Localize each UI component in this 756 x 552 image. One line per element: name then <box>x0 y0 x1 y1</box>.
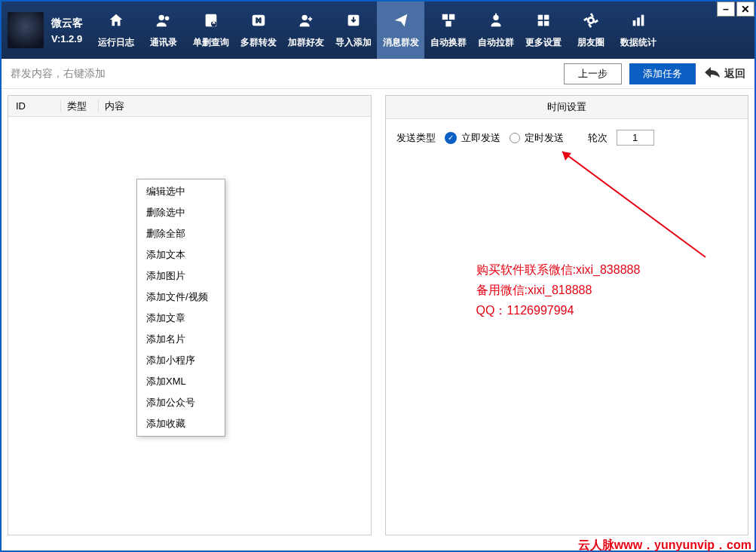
action-bar: 群发内容，右键添加 上一步 添加任务 返回 <box>2 59 754 89</box>
annotation-line1: 购买软件联系微信:xixi_838888 <box>476 259 641 280</box>
main-toolbar: 运行日志 通讯录 单删查询 多群转发 <box>92 2 662 59</box>
toolbar-autoswap[interactable]: 自动换群 <box>424 2 472 59</box>
close-button[interactable]: ✕ <box>736 2 754 17</box>
svg-rect-9 <box>445 20 451 26</box>
send-type-label: 发送类型 <box>396 131 436 145</box>
app-info: 微云客 V:1.2.9 <box>51 17 83 44</box>
back-arrow-icon <box>703 66 721 81</box>
svg-rect-12 <box>543 14 548 19</box>
menu-add-xml[interactable]: 添加XML <box>137 371 225 392</box>
settings-icon <box>535 12 552 33</box>
menu-delete-selected[interactable]: 删除选中 <box>137 202 225 223</box>
radio-immediate[interactable]: ✓ 立即发送 <box>445 131 500 145</box>
svg-point-0 <box>158 14 164 20</box>
send-icon <box>393 12 409 33</box>
toolbar-autopull[interactable]: 自动拉群 <box>472 2 519 59</box>
toolbar-query[interactable]: 单删查询 <box>187 2 234 59</box>
col-content: 内容 <box>99 100 371 113</box>
time-settings-header: 时间设置 <box>386 96 748 119</box>
add-task-button[interactable]: 添加任务 <box>629 63 696 84</box>
svg-rect-11 <box>537 14 542 19</box>
svg-rect-16 <box>632 20 635 26</box>
svg-point-5 <box>301 14 307 20</box>
toolbar-stats[interactable]: 数据统计 <box>614 2 662 59</box>
annotation-text: 购买软件联系微信:xixi_838888 备用微信:xixi_818888 QQ… <box>476 259 641 321</box>
toolbar-import[interactable]: 导入添加 <box>329 2 377 59</box>
app-logo <box>8 12 44 48</box>
svg-rect-8 <box>448 14 454 19</box>
svg-point-1 <box>164 16 169 20</box>
swap-icon <box>440 12 457 33</box>
scheduled-label: 定时发送 <box>525 131 564 145</box>
context-menu: 编辑选中 删除选中 删除全部 添加文本 添加图片 添加文件/视频 添加文章 添加… <box>136 179 225 437</box>
menu-add-favorite[interactable]: 添加收藏 <box>137 413 225 434</box>
col-id: ID <box>8 100 61 112</box>
toolbar-multiforward[interactable]: 多群转发 <box>234 2 282 59</box>
minimize-button[interactable]: – <box>717 2 735 17</box>
menu-add-text[interactable]: 添加文本 <box>137 244 225 265</box>
back-label: 返回 <box>724 67 745 81</box>
menu-add-official[interactable]: 添加公众号 <box>137 392 225 413</box>
menu-add-miniprogram[interactable]: 添加小程序 <box>137 350 225 371</box>
toolbar-contacts[interactable]: 通讯录 <box>139 2 187 59</box>
addfriend-icon <box>298 12 314 33</box>
moments-icon <box>583 12 599 33</box>
app-version: V:1.2.9 <box>51 33 83 44</box>
toolbar-runlog[interactable]: 运行日志 <box>92 2 139 59</box>
toolbar-masssend[interactable]: 消息群发 <box>377 2 424 59</box>
radio-checked-icon: ✓ <box>445 132 457 144</box>
rounds-label: 轮次 <box>588 131 608 145</box>
app-header: 微云客 V:1.2.9 运行日志 通讯录 单删查询 <box>2 2 754 59</box>
toolbar-moments[interactable]: 朋友圈 <box>567 2 614 59</box>
annotation-arrow <box>555 144 721 268</box>
watermark: 云人脉www．yunyunvip．com <box>578 538 751 552</box>
window-controls: – ✕ <box>715 2 754 17</box>
left-panel: ID 类型 内容 编辑选中 删除选中 删除全部 添加文本 添加图片 添加文件/视… <box>8 95 372 535</box>
menu-delete-all[interactable]: 删除全部 <box>137 223 225 244</box>
radio-empty-icon <box>510 133 520 143</box>
pull-icon <box>488 12 504 33</box>
table-header: ID 类型 内容 <box>8 96 371 117</box>
svg-rect-18 <box>641 14 644 26</box>
back-link[interactable]: 返回 <box>703 66 745 81</box>
annotation-line2: 备用微信:xixi_818888 <box>476 280 641 300</box>
menu-add-image[interactable]: 添加图片 <box>137 265 225 287</box>
toolbar-addfriend[interactable]: 加群好友 <box>282 2 329 59</box>
watermark-brand: 云人脉 <box>578 538 614 551</box>
hint-text: 群发内容，右键添加 <box>11 67 106 81</box>
radio-scheduled[interactable]: 定时发送 <box>510 131 564 145</box>
svg-point-15 <box>588 17 593 23</box>
contacts-icon <box>155 12 172 33</box>
app-name: 微云客 <box>51 17 83 30</box>
watermark-domain: www．yunyunvip．com <box>614 538 751 551</box>
svg-marker-20 <box>562 152 571 161</box>
home-icon <box>108 12 124 33</box>
forward-icon <box>250 12 267 33</box>
annotation-line3: QQ：1126997994 <box>476 300 641 320</box>
menu-add-card[interactable]: 添加名片 <box>137 329 225 350</box>
svg-rect-14 <box>543 20 548 25</box>
svg-rect-17 <box>637 17 640 26</box>
col-type: 类型 <box>61 100 99 113</box>
menu-add-article[interactable]: 添加文章 <box>137 308 225 329</box>
svg-rect-13 <box>537 20 542 25</box>
stats-icon <box>630 12 647 33</box>
toolbar-settings[interactable]: 更多设置 <box>519 2 567 59</box>
query-icon <box>203 12 219 33</box>
immediate-label: 立即发送 <box>461 131 500 145</box>
svg-line-19 <box>562 152 705 257</box>
menu-add-file[interactable]: 添加文件/视频 <box>137 287 225 308</box>
svg-rect-7 <box>442 14 447 19</box>
import-icon <box>345 12 362 33</box>
rounds-input[interactable] <box>617 130 654 146</box>
prev-button[interactable]: 上一步 <box>564 63 622 84</box>
right-panel: 时间设置 发送类型 ✓ 立即发送 定时发送 轮次 <box>385 95 749 535</box>
menu-edit-selected[interactable]: 编辑选中 <box>137 181 225 202</box>
content-area: ID 类型 内容 编辑选中 删除选中 删除全部 添加文本 添加图片 添加文件/视… <box>2 89 754 541</box>
